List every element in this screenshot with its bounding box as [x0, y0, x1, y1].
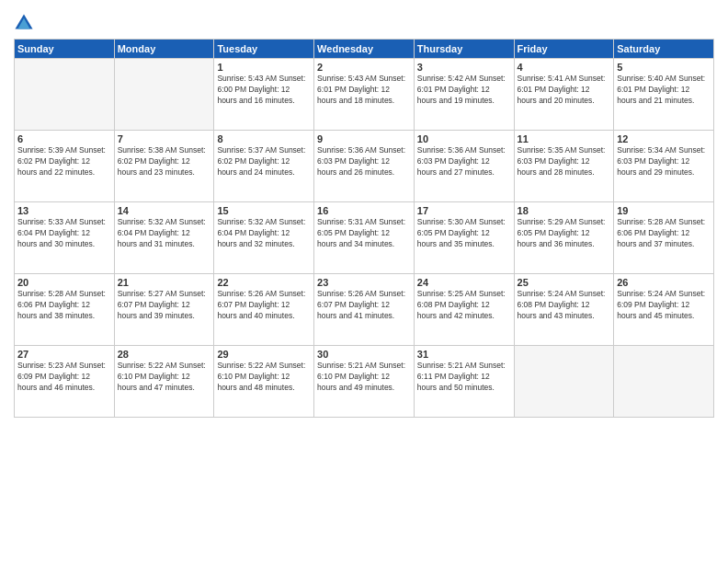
calendar-cell: 20Sunrise: 5:28 AM Sunset: 6:06 PM Dayli…	[15, 274, 115, 346]
day-number: 25	[518, 277, 611, 288]
day-info: Sunrise: 5:25 AM Sunset: 6:08 PM Dayligh…	[417, 289, 511, 322]
calendar-cell: 12Sunrise: 5:34 AM Sunset: 6:03 PM Dayli…	[614, 131, 714, 202]
calendar-cell	[514, 346, 614, 418]
day-number: 31	[417, 349, 511, 360]
logo	[14, 13, 38, 33]
day-info: Sunrise: 5:32 AM Sunset: 6:04 PM Dayligh…	[217, 217, 311, 250]
calendar-week-row: 1Sunrise: 5:43 AM Sunset: 6:00 PM Daylig…	[15, 59, 714, 131]
calendar-week-row: 20Sunrise: 5:28 AM Sunset: 6:06 PM Dayli…	[15, 274, 714, 346]
calendar-cell: 26Sunrise: 5:24 AM Sunset: 6:09 PM Dayli…	[614, 274, 714, 346]
day-number: 13	[17, 205, 111, 216]
page-container: SundayMondayTuesdayWednesdayThursdayFrid…	[0, 0, 728, 427]
calendar-cell: 30Sunrise: 5:21 AM Sunset: 6:10 PM Dayli…	[314, 346, 415, 418]
day-number: 28	[118, 349, 211, 360]
calendar-cell	[114, 59, 214, 131]
calendar-cell: 18Sunrise: 5:29 AM Sunset: 6:05 PM Dayli…	[514, 202, 614, 274]
day-number: 17	[417, 205, 511, 216]
day-info: Sunrise: 5:34 AM Sunset: 6:03 PM Dayligh…	[617, 145, 711, 178]
calendar-cell: 17Sunrise: 5:30 AM Sunset: 6:05 PM Dayli…	[414, 202, 514, 274]
day-info: Sunrise: 5:29 AM Sunset: 6:05 PM Dayligh…	[518, 217, 611, 250]
calendar-cell: 31Sunrise: 5:21 AM Sunset: 6:11 PM Dayli…	[414, 346, 514, 418]
calendar-cell: 5Sunrise: 5:40 AM Sunset: 6:01 PM Daylig…	[614, 59, 714, 131]
calendar-cell: 8Sunrise: 5:37 AM Sunset: 6:02 PM Daylig…	[214, 131, 314, 202]
calendar-cell: 19Sunrise: 5:28 AM Sunset: 6:06 PM Dayli…	[614, 202, 714, 274]
calendar-cell: 1Sunrise: 5:43 AM Sunset: 6:00 PM Daylig…	[214, 59, 314, 131]
day-info: Sunrise: 5:38 AM Sunset: 6:02 PM Dayligh…	[118, 145, 211, 178]
calendar-cell	[614, 346, 714, 418]
day-number: 27	[17, 349, 111, 360]
day-info: Sunrise: 5:22 AM Sunset: 6:10 PM Dayligh…	[217, 361, 311, 394]
day-number: 15	[217, 205, 311, 216]
day-number: 12	[617, 133, 711, 144]
weekday-header: Tuesday	[214, 40, 314, 59]
calendar-cell: 24Sunrise: 5:25 AM Sunset: 6:08 PM Dayli…	[414, 274, 514, 346]
calendar-cell: 7Sunrise: 5:38 AM Sunset: 6:02 PM Daylig…	[114, 131, 214, 202]
day-info: Sunrise: 5:39 AM Sunset: 6:02 PM Dayligh…	[17, 145, 111, 178]
calendar-cell: 23Sunrise: 5:26 AM Sunset: 6:07 PM Dayli…	[314, 274, 415, 346]
day-number: 7	[118, 133, 211, 144]
calendar-cell: 15Sunrise: 5:32 AM Sunset: 6:04 PM Dayli…	[214, 202, 314, 274]
calendar-cell: 2Sunrise: 5:43 AM Sunset: 6:01 PM Daylig…	[314, 59, 415, 131]
calendar-cell: 6Sunrise: 5:39 AM Sunset: 6:02 PM Daylig…	[15, 131, 115, 202]
day-info: Sunrise: 5:43 AM Sunset: 6:00 PM Dayligh…	[217, 74, 311, 107]
day-number: 22	[217, 277, 311, 288]
calendar-cell: 11Sunrise: 5:35 AM Sunset: 6:03 PM Dayli…	[514, 131, 614, 202]
weekday-header: Saturday	[614, 40, 714, 59]
calendar-cell: 25Sunrise: 5:24 AM Sunset: 6:08 PM Dayli…	[514, 274, 614, 346]
calendar-week-row: 27Sunrise: 5:23 AM Sunset: 6:09 PM Dayli…	[15, 346, 714, 418]
day-info: Sunrise: 5:40 AM Sunset: 6:01 PM Dayligh…	[617, 74, 711, 107]
day-info: Sunrise: 5:37 AM Sunset: 6:02 PM Dayligh…	[217, 145, 311, 178]
day-info: Sunrise: 5:36 AM Sunset: 6:03 PM Dayligh…	[317, 145, 411, 178]
weekday-row: SundayMondayTuesdayWednesdayThursdayFrid…	[15, 40, 714, 59]
day-info: Sunrise: 5:21 AM Sunset: 6:10 PM Dayligh…	[317, 361, 411, 394]
day-info: Sunrise: 5:28 AM Sunset: 6:06 PM Dayligh…	[617, 217, 711, 250]
calendar-cell: 28Sunrise: 5:22 AM Sunset: 6:10 PM Dayli…	[114, 346, 214, 418]
day-number: 5	[617, 62, 711, 73]
calendar-cell	[15, 59, 115, 131]
day-number: 30	[317, 349, 411, 360]
calendar-cell: 4Sunrise: 5:41 AM Sunset: 6:01 PM Daylig…	[514, 59, 614, 131]
day-info: Sunrise: 5:28 AM Sunset: 6:06 PM Dayligh…	[17, 289, 111, 322]
calendar-cell: 3Sunrise: 5:42 AM Sunset: 6:01 PM Daylig…	[414, 59, 514, 131]
day-info: Sunrise: 5:32 AM Sunset: 6:04 PM Dayligh…	[118, 217, 211, 250]
day-number: 11	[518, 133, 611, 144]
calendar-cell: 29Sunrise: 5:22 AM Sunset: 6:10 PM Dayli…	[214, 346, 314, 418]
day-number: 9	[317, 133, 411, 144]
day-info: Sunrise: 5:24 AM Sunset: 6:08 PM Dayligh…	[518, 289, 611, 322]
day-number: 19	[617, 205, 711, 216]
day-info: Sunrise: 5:26 AM Sunset: 6:07 PM Dayligh…	[217, 289, 311, 322]
calendar-cell: 10Sunrise: 5:36 AM Sunset: 6:03 PM Dayli…	[414, 131, 514, 202]
header	[14, 9, 714, 33]
calendar-week-row: 6Sunrise: 5:39 AM Sunset: 6:02 PM Daylig…	[15, 131, 714, 202]
calendar-cell: 27Sunrise: 5:23 AM Sunset: 6:09 PM Dayli…	[15, 346, 115, 418]
day-number: 6	[17, 133, 111, 144]
calendar-cell: 22Sunrise: 5:26 AM Sunset: 6:07 PM Dayli…	[214, 274, 314, 346]
day-info: Sunrise: 5:42 AM Sunset: 6:01 PM Dayligh…	[417, 74, 511, 107]
day-number: 29	[217, 349, 311, 360]
day-number: 18	[518, 205, 611, 216]
day-info: Sunrise: 5:27 AM Sunset: 6:07 PM Dayligh…	[118, 289, 211, 322]
day-info: Sunrise: 5:30 AM Sunset: 6:05 PM Dayligh…	[417, 217, 511, 250]
day-number: 21	[118, 277, 211, 288]
weekday-header: Wednesday	[314, 40, 415, 59]
day-number: 16	[317, 205, 411, 216]
day-info: Sunrise: 5:41 AM Sunset: 6:01 PM Dayligh…	[518, 74, 611, 107]
weekday-header: Thursday	[414, 40, 514, 59]
day-info: Sunrise: 5:43 AM Sunset: 6:01 PM Dayligh…	[317, 74, 411, 107]
day-info: Sunrise: 5:21 AM Sunset: 6:11 PM Dayligh…	[417, 361, 511, 394]
calendar-header: SundayMondayTuesdayWednesdayThursdayFrid…	[15, 40, 714, 59]
day-number: 1	[217, 62, 311, 73]
day-info: Sunrise: 5:33 AM Sunset: 6:04 PM Dayligh…	[17, 217, 111, 250]
calendar-week-row: 13Sunrise: 5:33 AM Sunset: 6:04 PM Dayli…	[15, 202, 714, 274]
day-number: 23	[317, 277, 411, 288]
day-info: Sunrise: 5:23 AM Sunset: 6:09 PM Dayligh…	[17, 361, 111, 394]
calendar-cell: 14Sunrise: 5:32 AM Sunset: 6:04 PM Dayli…	[114, 202, 214, 274]
calendar-cell: 9Sunrise: 5:36 AM Sunset: 6:03 PM Daylig…	[314, 131, 415, 202]
day-number: 3	[417, 62, 511, 73]
day-info: Sunrise: 5:24 AM Sunset: 6:09 PM Dayligh…	[617, 289, 711, 322]
day-number: 20	[17, 277, 111, 288]
day-number: 8	[217, 133, 311, 144]
day-number: 24	[417, 277, 511, 288]
day-number: 4	[518, 62, 611, 73]
day-number: 2	[317, 62, 411, 73]
